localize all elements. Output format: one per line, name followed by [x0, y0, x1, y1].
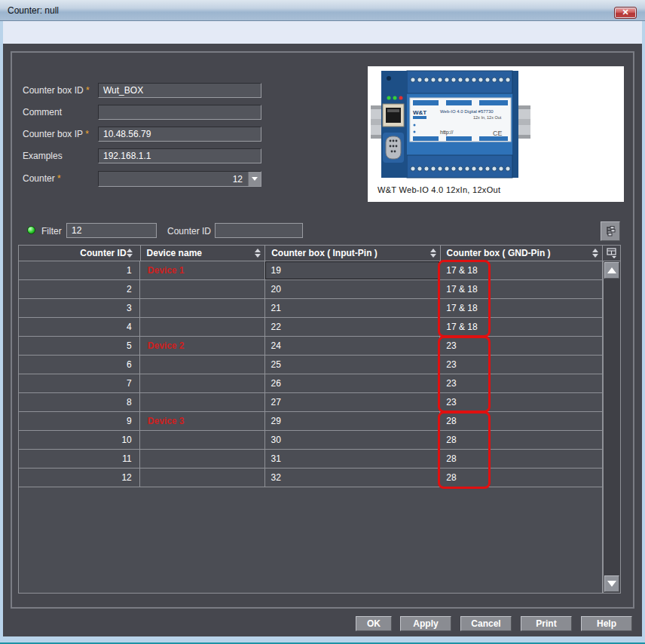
filter-label: Filter — [41, 226, 62, 237]
cell-counter-id[interactable]: 4 — [19, 318, 140, 336]
column-header-device-name[interactable]: Device name — [141, 246, 266, 261]
table-row: 4 22 17 & 18 — [19, 318, 602, 337]
table-row: 6 25 23 — [19, 356, 602, 374]
cell-input-pin[interactable]: 32 — [265, 469, 441, 487]
close-button[interactable]: ✕ — [614, 7, 637, 19]
table-body: 1 Device 1 19 17 & 18 2 20 17 & 18 3 21 … — [18, 261, 603, 594]
cell-counter-id[interactable]: 6 — [19, 356, 140, 374]
table-scrollbar[interactable] — [603, 261, 621, 594]
cell-input-pin[interactable]: 30 — [265, 431, 441, 449]
cell-input-pin[interactable]: 29 — [265, 412, 441, 430]
ok-button[interactable]: OK — [356, 616, 392, 631]
cell-device-name[interactable] — [140, 374, 265, 392]
annotation-box-device1-gnd — [438, 260, 491, 337]
table-row: 7 26 23 — [19, 374, 602, 393]
apply-button[interactable]: Apply — [400, 616, 451, 631]
cell-counter-id[interactable]: 9 — [19, 412, 140, 430]
table-header: Counter ID Device name Counter box ( Inp… — [18, 245, 603, 261]
print-button[interactable]: Print — [521, 616, 572, 631]
counter-box-ip-field[interactable] — [98, 127, 261, 142]
tree-icon — [604, 225, 616, 237]
scroll-up-button[interactable] — [604, 262, 619, 279]
counter-box-id-label: Counter box ID * — [23, 85, 98, 96]
counter-box-ip-label: Counter box IP * — [23, 129, 98, 139]
title-bar[interactable]: Counter: null — [0, 0, 645, 21]
cell-counter-id[interactable]: 10 — [19, 431, 140, 449]
table-row: 1 Device 1 19 17 & 18 — [19, 261, 602, 280]
cell-device-name[interactable] — [140, 356, 265, 374]
table-row: 12 32 28 — [19, 469, 602, 487]
filter-status-led-icon — [27, 226, 35, 234]
dialog-window: Counter: null ✕ Counter box ID * Comment… — [0, 0, 645, 644]
required-asterisk: * — [85, 129, 89, 139]
column-header-gnd-pin[interactable]: Counter box ( GND-Pin ) — [441, 246, 602, 261]
svg-text:CE: CE — [493, 130, 503, 137]
sort-icon — [255, 249, 261, 258]
help-button[interactable]: Help — [581, 616, 632, 631]
cell-device-name[interactable]: Device 2 — [140, 337, 265, 355]
arrow-down-icon — [607, 581, 616, 587]
cell-input-pin[interactable]: 22 — [265, 318, 441, 336]
examples-field[interactable] — [98, 148, 261, 163]
cell-input-pin[interactable]: 21 — [265, 299, 441, 317]
tree-view-button[interactable] — [601, 221, 620, 241]
sort-icon — [127, 249, 133, 258]
device-photo-illustration: W&T Web-IO 4.0 Digital #57730 12x In, 12… — [368, 66, 624, 181]
counter-select[interactable]: 12 — [98, 171, 261, 187]
cell-counter-id[interactable]: 11 — [19, 450, 140, 468]
column-config-button[interactable] — [603, 245, 621, 261]
cell-device-name[interactable] — [140, 299, 265, 317]
cell-input-pin[interactable]: 20 — [265, 280, 441, 298]
cell-counter-id[interactable]: 1 — [19, 261, 140, 279]
counter-select-dropdown-button[interactable] — [248, 172, 261, 186]
cell-device-name[interactable] — [140, 393, 265, 411]
cell-device-name[interactable] — [140, 318, 265, 336]
counter-id-filter-input[interactable] — [215, 223, 303, 238]
close-icon: ✕ — [622, 8, 628, 17]
cell-device-name[interactable] — [140, 450, 265, 468]
cell-input-pin[interactable]: 25 — [265, 356, 441, 374]
sort-icon — [430, 249, 436, 258]
window-border-bottom — [0, 636, 645, 642]
cancel-button[interactable]: Cancel — [460, 616, 512, 631]
cell-counter-id[interactable]: 12 — [19, 469, 140, 487]
cell-input-pin[interactable]: 26 — [265, 374, 441, 392]
cell-counter-id[interactable]: 3 — [19, 299, 140, 317]
cell-counter-id[interactable]: 5 — [19, 337, 140, 355]
window-title: Counter: null — [8, 5, 59, 16]
table-row: 11 31 28 — [19, 450, 602, 469]
cell-device-name[interactable] — [140, 469, 265, 487]
cell-counter-id[interactable]: 7 — [19, 374, 140, 392]
svg-text:12x In, 12x Out: 12x In, 12x Out — [473, 115, 502, 120]
cell-device-name[interactable] — [140, 431, 265, 449]
annotation-box-device2-gnd — [438, 336, 491, 413]
counter-select-value: 12 — [233, 174, 243, 185]
counter-box-id-field[interactable] — [98, 83, 261, 98]
cell-device-name[interactable]: Device 1 — [140, 261, 265, 279]
column-header-counter-id[interactable]: Counter ID — [19, 246, 141, 261]
cell-input-pin[interactable]: 27 — [265, 393, 441, 411]
sort-icon — [592, 249, 598, 258]
cell-input-pin[interactable]: 19 — [265, 261, 441, 279]
cell-counter-id[interactable]: 2 — [19, 280, 140, 298]
table-columns-icon — [607, 248, 617, 258]
counter-label: Counter * — [23, 173, 98, 184]
filter-input[interactable] — [66, 223, 157, 238]
examples-label: Examples — [23, 151, 98, 161]
column-header-input-pin[interactable]: Counter box ( Input-Pin ) — [265, 246, 440, 261]
arrow-up-icon — [607, 267, 616, 273]
cell-device-name[interactable]: Device 3 — [140, 412, 265, 430]
table-row: 2 20 17 & 18 — [19, 280, 602, 299]
scroll-down-button[interactable] — [604, 575, 619, 592]
cell-counter-id[interactable]: 8 — [19, 393, 140, 411]
svg-text:W&T: W&T — [413, 109, 426, 116]
cell-input-pin[interactable]: 24 — [265, 337, 441, 355]
annotation-box-device3-gnd — [438, 411, 491, 489]
cell-input-pin[interactable]: 31 — [265, 450, 441, 468]
comment-field[interactable] — [98, 105, 261, 120]
product-caption: W&T Web-IO 4.0 12xIn, 12xOut — [378, 185, 500, 194]
window-border-right — [642, 21, 645, 644]
cell-device-name[interactable] — [140, 280, 265, 298]
required-asterisk: * — [57, 173, 61, 184]
svg-text:http://: http:// — [440, 130, 454, 136]
